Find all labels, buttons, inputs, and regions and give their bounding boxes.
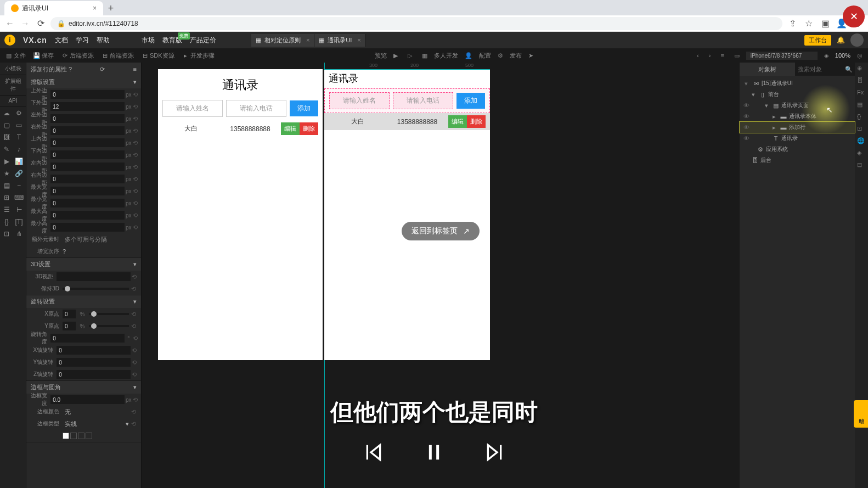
next-track-button[interactable]	[481, 439, 508, 466]
misc-icon[interactable]: ◈	[857, 149, 866, 158]
tree-search-input[interactable]: 搜索对象🔍	[796, 63, 855, 76]
rect-icon[interactable]: ▭	[14, 120, 25, 131]
align-icon[interactable]: ≡	[717, 52, 727, 59]
overlay-close-button[interactable]: ✕	[843, 5, 865, 27]
tab-close-icon[interactable]: ×	[93, 4, 97, 12]
file-menu[interactable]: ▤文件	[2, 52, 29, 60]
rotate-x-slider[interactable]	[89, 313, 129, 315]
send-icon[interactable]: ➤	[525, 52, 537, 59]
padding-left-input[interactable]	[50, 162, 125, 171]
add-button[interactable]: 添加	[290, 100, 318, 116]
fx-icon[interactable]: Fx	[857, 89, 866, 98]
name-input[interactable]: 请输入姓名	[329, 92, 390, 109]
border-style-select[interactable]: 实线	[63, 420, 126, 428]
tag-icon[interactable]: ◈	[821, 52, 832, 59]
preview-frame-1[interactable]: 通讯录 请输入姓名 请输入电话 添加 大白 13588888888 编辑 删除	[158, 69, 323, 360]
refresh-icon[interactable]: ⟳	[100, 66, 105, 73]
rot-y-input[interactable]	[57, 358, 131, 367]
help-icon[interactable]: ?	[63, 248, 66, 255]
menu-help[interactable]: 帮助	[97, 36, 110, 45]
sdk-button[interactable]: ⊟SDK资源	[138, 52, 178, 60]
border-width-input[interactable]	[50, 395, 125, 404]
tree-node[interactable]: ⚙ 应用系统	[740, 144, 855, 155]
save-button[interactable]: 💾保存	[30, 52, 57, 60]
css-icon[interactable]: ⊡	[857, 125, 866, 134]
browser-tab[interactable]: 通讯录UI ×	[4, 1, 103, 15]
margin-right-input[interactable]	[50, 126, 125, 135]
tree-node[interactable]: 👁 T 通讯录	[740, 133, 855, 144]
tree-tab-objects[interactable]: 对象树	[740, 63, 796, 76]
delete-button[interactable]: 删除	[467, 115, 486, 128]
rot-x-input[interactable]	[57, 346, 131, 355]
phone-input[interactable]: 请输入电话	[226, 100, 286, 117]
cat-small[interactable]: 小模块	[0, 63, 26, 75]
config-label[interactable]: 配置	[479, 52, 491, 60]
image-icon[interactable]: 🖼	[1, 132, 12, 143]
menu-learn[interactable]: 学习	[76, 36, 89, 45]
list-icon[interactable]: ☰	[1, 204, 12, 215]
prev-track-button[interactable]	[360, 439, 387, 466]
return-to-tab-button[interactable]: 返回到标签页 ↗	[402, 222, 480, 240]
backend-button[interactable]: ⟳后端资源	[58, 52, 97, 60]
color-swatch[interactable]	[70, 433, 77, 439]
zoom-value[interactable]: 100%	[835, 52, 850, 59]
menu-docs[interactable]: 文档	[55, 36, 68, 45]
margin-left-input[interactable]	[50, 114, 125, 123]
qr-icon[interactable]: ▦	[419, 52, 431, 59]
video-icon[interactable]: ▶	[1, 156, 12, 167]
network-icon[interactable]: ⊕	[857, 65, 866, 74]
pen-icon[interactable]: ✎	[1, 144, 12, 155]
color-swatch[interactable]	[63, 433, 69, 439]
help-icon[interactable]: ?	[69, 66, 72, 72]
section-rotate[interactable]: 旋转设置▾	[26, 295, 141, 308]
forward-icon[interactable]: →	[20, 18, 31, 29]
cat-api[interactable]: API	[0, 96, 26, 106]
rot-angle-input[interactable]	[50, 334, 125, 343]
tree-node[interactable]: 🗄 后台	[740, 155, 855, 166]
color-swatch[interactable]	[78, 433, 84, 439]
menu-icon[interactable]: ≡	[133, 66, 137, 72]
rotate-x-input[interactable]	[63, 310, 76, 318]
share-icon[interactable]: ⇪	[787, 18, 798, 29]
back-icon[interactable]: ←	[4, 18, 15, 29]
cat-ext[interactable]: 扩展组件	[0, 75, 26, 96]
cloud-icon[interactable]: ☁	[1, 108, 12, 119]
editor-tab[interactable]: ▦ 相对定位原则 ×	[251, 34, 314, 47]
close-icon[interactable]: ×	[306, 37, 309, 43]
rot-z-input[interactable]	[57, 370, 131, 379]
link-icon[interactable]: 🔗	[14, 168, 25, 179]
layers-icon[interactable]: ▤	[857, 101, 866, 110]
padding-bottom-input[interactable]	[50, 150, 125, 159]
grid-icon[interactable]: ⊞	[1, 192, 12, 203]
gear-icon[interactable]: ⚙	[14, 108, 25, 119]
langs-icon[interactable]: 🌐	[857, 137, 866, 146]
avatar[interactable]	[850, 33, 864, 47]
close-icon[interactable]: ×	[357, 37, 360, 43]
star-icon[interactable]: ☆	[803, 18, 814, 29]
star-icon[interactable]: ★	[1, 168, 12, 179]
section-3d[interactable]: 3D设置▾	[26, 258, 141, 271]
menu-market[interactable]: 市场	[142, 36, 155, 45]
box-icon[interactable]: ▢	[1, 120, 12, 131]
tree-icon[interactable]: ⊢	[14, 204, 25, 215]
tree-node[interactable]: 👁 ▾ ▤ 通讯录页面	[740, 100, 855, 111]
input-icon[interactable]: ⌨	[14, 192, 25, 203]
text-icon[interactable]: T	[14, 132, 25, 143]
help-side-tag[interactable]: 帮助	[854, 400, 868, 428]
share-icon[interactable]: ⋔	[14, 228, 25, 239]
rotate-y-input[interactable]	[63, 322, 76, 330]
add-button[interactable]: 添加	[456, 93, 485, 109]
edit-button[interactable]: 编辑	[448, 115, 467, 128]
phone-input[interactable]: 请输入电话	[393, 92, 453, 109]
preview-frame-2[interactable]: 通讯录 请输入姓名 请输入电话 添加 大白 13588888888 编辑 删除	[324, 69, 490, 360]
device-icon[interactable]: ▭	[731, 52, 743, 59]
workspace-button[interactable]: 工作台	[804, 35, 831, 46]
reload-icon[interactable]: ⟳	[35, 18, 46, 29]
min-height-input[interactable]	[50, 223, 125, 232]
brackets-icon[interactable]: [T]	[14, 216, 25, 227]
target-icon[interactable]: ◎	[854, 52, 866, 59]
publish-label[interactable]: 发布	[510, 52, 522, 60]
color-swatch[interactable]	[86, 433, 92, 439]
person-icon[interactable]: 👤	[461, 52, 476, 59]
name-input[interactable]: 请输入姓名	[162, 100, 223, 117]
